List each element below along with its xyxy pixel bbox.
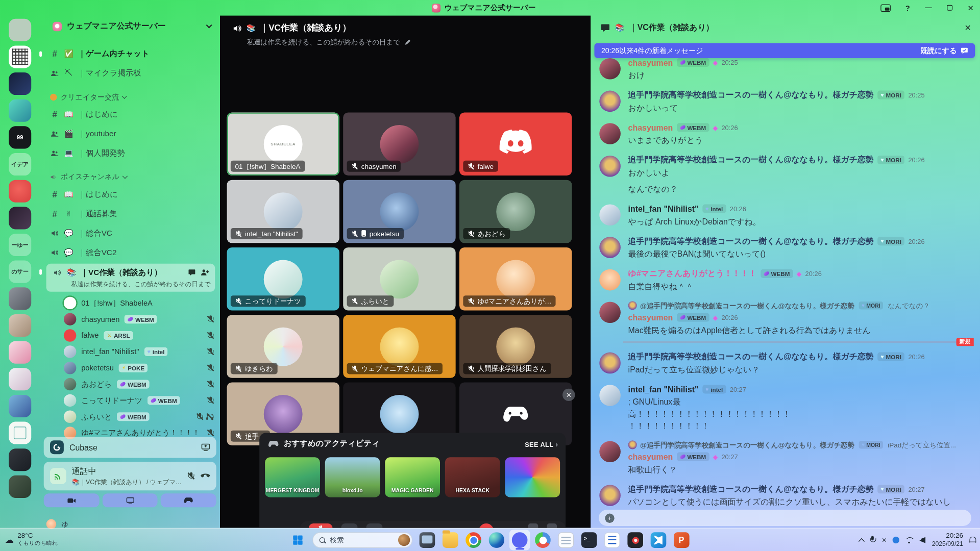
- author-name[interactable]: 追手門学院高等学校創造コースの一樹くん@ななもり。様ガチ恋勢: [628, 89, 874, 101]
- message[interactable]: 追手門学院高等学校創造コースの一樹くん@ななもり。様ガチ恋勢 MORI 20:2…: [599, 351, 973, 375]
- channel-row[interactable]: ⛏ ｜マイクラ掲示板: [46, 65, 215, 81]
- avatar[interactable]: [599, 156, 621, 177]
- avatar[interactable]: [599, 385, 621, 406]
- channel-item[interactable]: 💬 ｜総合VC2: [46, 244, 215, 261]
- voice-participant[interactable]: ふらいと WEBM: [40, 409, 220, 425]
- mark-read-button[interactable]: 既読にする: [920, 46, 968, 55]
- channel-item[interactable]: ⛏ ｜マイクラ掲示板: [46, 65, 215, 81]
- rail-server-icon[interactable]: [9, 99, 31, 122]
- tray-blue-app-icon[interactable]: [892, 537, 899, 543]
- message[interactable]: chasyumen WEBM ◆ 20:26 いままでありがとう: [599, 122, 973, 146]
- minimize-button[interactable]: [925, 7, 932, 8]
- message[interactable]: ゆ#マニアさんありがとう！！！！ WEBM ◆ 20:26 自業自得やね＾＾: [599, 268, 973, 292]
- weather-widget[interactable]: ☁ 28°C くもりのち晴れ: [5, 532, 58, 547]
- author-name[interactable]: chasyumen: [628, 58, 673, 67]
- video-tile[interactable]: poketetsu: [343, 180, 455, 243]
- avatar[interactable]: [599, 58, 621, 80]
- author-name[interactable]: chasyumen: [628, 123, 673, 132]
- rail-server-icon[interactable]: [9, 368, 31, 390]
- taskbar-app[interactable]: [625, 530, 645, 550]
- rail-server-icon[interactable]: [9, 475, 31, 498]
- game-thumb[interactable]: [505, 457, 560, 497]
- rail-server-icon[interactable]: [9, 314, 31, 337]
- rail-server-icon[interactable]: [9, 341, 31, 364]
- message[interactable]: chasyumen WEBM ◆ 20:25 おけ: [599, 57, 973, 81]
- message[interactable]: @追手門学院高等学校創造コースの一樹くん@ななもり。様ガチ恋勢 MORI iPa…: [599, 440, 973, 475]
- fullscreen-icon[interactable]: [547, 523, 557, 528]
- avatar[interactable]: [599, 204, 621, 226]
- edit-pencil-icon[interactable]: [405, 39, 411, 45]
- channel-item[interactable]: # 📖 ｜はじめに: [46, 106, 215, 122]
- video-tile[interactable]: intel_fan "Nihilist": [227, 180, 339, 243]
- author-name[interactable]: ゆ#マニアさんありがとう！！！！: [628, 268, 757, 279]
- avatar[interactable]: [599, 269, 621, 291]
- author-name[interactable]: 追手門学院高等学校創造コースの一樹くん@ななもり。様ガチ恋勢: [628, 351, 874, 362]
- disconnect-button[interactable]: [479, 523, 494, 528]
- channel-row[interactable]: 💬 ｜総合VC2: [46, 244, 215, 261]
- channel-row[interactable]: # ✌ ｜通話募集: [46, 206, 215, 222]
- voice-participant[interactable]: chasyumen WEBM: [40, 311, 220, 328]
- message[interactable]: intel_fan "Nihilist" intel 20:26 やっぱ Arc…: [599, 203, 973, 228]
- tray-overflow-chevron[interactable]: [858, 538, 864, 544]
- message-input[interactable]: +: [599, 510, 971, 526]
- close-window-button[interactable]: ✕: [967, 4, 973, 12]
- rail-server-icon[interactable]: [9, 422, 31, 444]
- tray-mic-icon[interactable]: [869, 536, 876, 544]
- taskbar-app[interactable]: [417, 530, 437, 550]
- channel-item[interactable]: クリエイター交流: [46, 90, 215, 104]
- taskbar-app[interactable]: [532, 530, 553, 550]
- channel-item[interactable]: 💻 ｜個人開発勢: [46, 145, 215, 161]
- rail-server-icon[interactable]: [9, 395, 31, 417]
- taskbar-clock[interactable]: 20:26 2025/09/21: [932, 532, 963, 548]
- new-messages-banner[interactable]: 20:26以来4件の新着メッセージ 既読にする: [594, 43, 975, 58]
- channel-item[interactable]: 💬 ｜総合VC: [46, 225, 215, 241]
- author-name[interactable]: intel_fan "Nihilist": [628, 204, 699, 213]
- video-tile[interactable]: chasyumen: [343, 112, 455, 176]
- channel-row[interactable]: # 📖 ｜はじめに: [46, 186, 215, 203]
- start-button[interactable]: [287, 530, 308, 550]
- taskbar-app[interactable]: [556, 530, 576, 550]
- author-name[interactable]: intel_fan "Nihilist": [628, 385, 699, 394]
- see-all-link[interactable]: SEE ALL›: [525, 439, 558, 448]
- avatar[interactable]: [599, 353, 621, 374]
- hang-up-icon[interactable]: [201, 473, 210, 478]
- author-name[interactable]: 追手門学院高等学校創造コースの一樹くん@ななもり。様ガチ恋勢: [628, 236, 874, 247]
- reply-reference[interactable]: @追手門学院高等学校創造コースの一樹くん@ななもり。様ガチ恋勢 MORI なんで…: [628, 300, 974, 311]
- picture-in-picture-icon[interactable]: [880, 4, 891, 12]
- taskbar-app[interactable]: [671, 530, 692, 550]
- message[interactable]: intel_fan "Nihilist" intel 20:27 ; GNU/L…: [599, 384, 973, 432]
- video-tile[interactable]: あおどら: [459, 180, 572, 243]
- author-name[interactable]: 追手門学院高等学校創造コースの一樹くん@ななもり。様ガチ恋勢: [628, 484, 874, 495]
- rail-server-icon[interactable]: [9, 45, 31, 68]
- activities-button[interactable]: [161, 493, 216, 507]
- taskbar-app[interactable]: [509, 530, 530, 550]
- taskbar-app[interactable]: [648, 530, 669, 550]
- message[interactable]: @追手門学院高等学校創造コースの一樹くん@ななもり。様ガチ恋勢 MORI なんで…: [599, 300, 973, 342]
- channel-row[interactable]: # ✅ ｜ゲーム内チャット: [46, 45, 215, 62]
- author-name[interactable]: 追手門学院高等学校創造コースの一樹くん@ななもり。様ガチ恋勢: [628, 154, 874, 165]
- video-tile[interactable]: falwe: [459, 112, 572, 176]
- voice-participant[interactable]: あおどら WEBM: [40, 376, 220, 392]
- channel-item[interactable]: # ✅ ｜ゲーム内チャット: [46, 45, 215, 62]
- taskbar-app[interactable]: [463, 530, 483, 550]
- voice-participant[interactable]: poketetsu POKE: [40, 360, 220, 376]
- voice-participant[interactable]: falwe ARSL: [40, 328, 220, 344]
- avatar[interactable]: [599, 237, 621, 258]
- video-tile[interactable]: 人間探求学部杉田さん: [459, 315, 572, 378]
- copilot-icon[interactable]: [398, 534, 410, 546]
- video-tile[interactable]: ウェブマニアさんに感…: [343, 315, 455, 378]
- video-tile[interactable]: ふらいと: [343, 247, 455, 311]
- message[interactable]: 追手門学院高等学校創造コースの一樹くん@ななもり。様ガチ恋勢 MORI 20:2…: [599, 89, 973, 114]
- video-tile[interactable]: ゆ#マニアさんありが…: [459, 247, 572, 311]
- channel-item[interactable]: # 📖 ｜はじめに: [46, 186, 215, 203]
- rail-server-icon[interactable]: ーゆー: [9, 234, 31, 256]
- avatar[interactable]: [599, 123, 621, 144]
- mic-muted-icon[interactable]: [187, 472, 194, 480]
- rail-server-icon[interactable]: [9, 19, 31, 41]
- voice-participant[interactable]: 01［!shw］ShabeleA: [40, 295, 220, 311]
- author-name[interactable]: chasyumen: [628, 313, 673, 322]
- close-chat-icon[interactable]: ✕: [965, 23, 971, 32]
- game-thumb[interactable]: bloxd.io: [325, 457, 380, 497]
- avatar[interactable]: [599, 91, 621, 112]
- message[interactable]: 追手門学院高等学校創造コースの一樹くん@ななもり。様ガチ恋勢 MORI 20:2…: [599, 484, 973, 508]
